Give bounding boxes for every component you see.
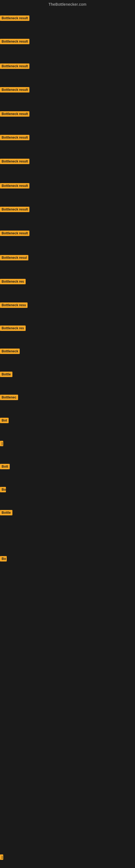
bottleneck-badge-10[interactable]: Bottleneck result (0, 230, 30, 236)
result-row-11: Bottleneck resul (0, 255, 28, 261)
site-title: TheBottlenecker.com (0, 0, 135, 9)
result-row-9: Bottleneck result (0, 207, 30, 213)
result-row-4: Bottleneck result (0, 87, 30, 94)
result-row-33: | (0, 855, 3, 861)
result-row-10: Bottleneck result (0, 230, 30, 237)
bottleneck-badge-13[interactable]: Bottleneck resu (0, 303, 28, 308)
result-row-13: Bottleneck resu (0, 303, 28, 309)
bottleneck-badge-21[interactable]: Bo (0, 487, 6, 492)
bottleneck-badge-20[interactable]: Bott (0, 464, 10, 469)
bottleneck-badge-11[interactable]: Bottleneck resul (0, 255, 28, 260)
bottleneck-badge-8[interactable]: Bottleneck result (0, 183, 30, 188)
result-row-20: Bott (0, 464, 10, 470)
bottleneck-badge-3[interactable]: Bottleneck result (0, 63, 30, 69)
bottleneck-badge-4[interactable]: Bottleneck result (0, 87, 30, 93)
result-row-15: Bottleneck (0, 348, 20, 355)
bottleneck-badge-18[interactable]: Bot (0, 418, 9, 423)
bottleneck-badge-22[interactable]: Bottle (0, 510, 12, 516)
bottleneck-badge-12[interactable]: Bottleneck res (0, 279, 26, 284)
bottleneck-badge-2[interactable]: Bottleneck result (0, 39, 30, 44)
bottleneck-badge-33[interactable]: | (0, 855, 3, 860)
result-row-21: Bo (0, 487, 6, 493)
bottleneck-badge-17[interactable]: Bottlenec (0, 395, 18, 400)
result-row-8: Bottleneck result (0, 183, 30, 190)
bottleneck-badge-16[interactable]: Bottle (0, 372, 12, 377)
bottleneck-badge-6[interactable]: Bottleneck result (0, 135, 30, 140)
result-row-3: Bottleneck result (0, 63, 30, 70)
result-row-12: Bottleneck res (0, 279, 26, 285)
bottleneck-badge-15[interactable]: Bottleneck (0, 348, 20, 354)
result-row-5: Bottleneck result (0, 111, 30, 118)
bottleneck-badge-19[interactable]: | (0, 441, 3, 446)
result-row-19: | (0, 441, 3, 447)
bottleneck-badge-14[interactable]: Bottleneck res (0, 326, 26, 331)
bottleneck-badge-1[interactable]: Bottleneck result (0, 16, 30, 21)
result-row-2: Bottleneck result (0, 39, 30, 45)
result-row-24: Bo (0, 556, 7, 563)
result-row-1: Bottleneck result (0, 16, 30, 22)
result-row-7: Bottleneck result (0, 159, 30, 165)
bottleneck-badge-9[interactable]: Bottleneck result (0, 207, 30, 212)
bottleneck-badge-5[interactable]: Bottleneck result (0, 111, 30, 117)
result-row-16: Bottle (0, 372, 12, 378)
result-row-17: Bottlenec (0, 395, 18, 401)
result-row-18: Bot (0, 418, 9, 424)
bottleneck-badge-7[interactable]: Bottleneck result (0, 159, 30, 164)
result-row-6: Bottleneck result (0, 135, 30, 141)
bottleneck-badge-24[interactable]: Bo (0, 556, 7, 561)
result-row-22: Bottle (0, 510, 12, 517)
result-row-14: Bottleneck res (0, 326, 26, 332)
